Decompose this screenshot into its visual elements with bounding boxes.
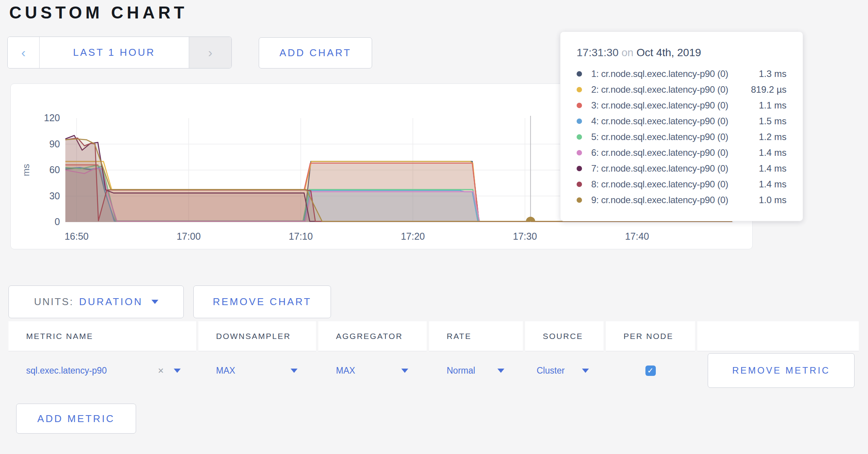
remove-chart-button[interactable]: REMOVE CHART xyxy=(193,285,331,318)
metrics-table: METRIC NAMEDOWNSAMPLERAGGREGATORRATESOUR… xyxy=(8,321,859,390)
downsampler-dropdown[interactable]: MAX xyxy=(198,351,316,390)
per-node-cell: ✓ xyxy=(606,351,695,390)
series-value: 1.4 ms xyxy=(759,163,787,174)
units-value: DURATION xyxy=(79,296,143,308)
tooltip-series-row: 4: cr.node.sql.exec.latency-p90 (0)1.5 m… xyxy=(577,113,787,129)
units-dropdown[interactable]: UNITS: DURATION xyxy=(8,285,184,318)
svg-text:17:40: 17:40 xyxy=(625,231,649,242)
chevron-down-icon xyxy=(582,369,589,373)
svg-text:60: 60 xyxy=(49,164,60,175)
series-name: 6: cr.node.sql.exec.latency-p90 (0) xyxy=(591,147,728,158)
downsampler-value: MAX xyxy=(216,366,235,376)
svg-text:0: 0 xyxy=(55,216,60,227)
chevron-down-icon xyxy=(151,300,158,304)
svg-text:30: 30 xyxy=(49,190,60,201)
series-name: 4: cr.node.sql.exec.latency-p90 (0) xyxy=(591,116,728,127)
series-value: 1.4 ms xyxy=(759,147,787,158)
metric-row: sql.exec.latency-p90 × MAX MAX Normal Cl… xyxy=(8,351,859,390)
column-header-downsampler: DOWNSAMPLER xyxy=(198,321,316,351)
time-prev-button[interactable]: ‹ xyxy=(8,37,40,68)
metric-name-value[interactable]: sql.exec.latency-p90 xyxy=(26,366,107,376)
series-color-dot xyxy=(577,119,582,124)
series-value: 1.0 ms xyxy=(759,195,787,205)
chevron-down-icon xyxy=(497,369,504,373)
column-header-per-node: PER NODE xyxy=(606,321,695,351)
column-header-metric-name: METRIC NAME xyxy=(8,321,196,351)
svg-text:17:10: 17:10 xyxy=(289,231,313,242)
aggregator-dropdown[interactable]: MAX xyxy=(318,351,427,390)
tooltip-date: Oct 4th, 2019 xyxy=(637,47,701,58)
tooltip-series-row: 1: cr.node.sql.exec.latency-p90 (0)1.3 m… xyxy=(577,66,787,82)
chevron-down-icon xyxy=(401,369,408,373)
source-value: Cluster xyxy=(537,366,565,376)
aggregator-value: MAX xyxy=(336,366,355,376)
chevron-right-icon: › xyxy=(208,45,212,60)
series-name: 8: cr.node.sql.exec.latency-p90 (0) xyxy=(591,179,728,190)
add-metric-button[interactable]: ADD METRIC xyxy=(16,404,136,434)
series-name: 7: cr.node.sql.exec.latency-p90 (0) xyxy=(591,163,728,174)
chevron-left-icon: ‹ xyxy=(21,45,25,60)
chevron-down-icon xyxy=(291,369,298,373)
series-value: 1.4 ms xyxy=(759,179,787,190)
series-name: 1: cr.node.sql.exec.latency-p90 (0) xyxy=(591,68,728,79)
series-color-dot xyxy=(577,71,582,77)
series-name: 9: cr.node.sql.exec.latency-p90 (0) xyxy=(591,195,728,205)
series-name: 3: cr.node.sql.exec.latency-p90 (0) xyxy=(591,100,728,111)
column-header-rate: RATE xyxy=(429,321,523,351)
svg-text:90: 90 xyxy=(49,139,60,149)
rate-dropdown[interactable]: Normal xyxy=(429,351,523,390)
svg-text:120: 120 xyxy=(44,112,60,123)
series-color-dot xyxy=(577,150,582,155)
series-value: 819.2 µs xyxy=(751,84,787,95)
series-color-dot xyxy=(577,87,582,92)
series-color-dot xyxy=(577,166,582,171)
metric-name-cell[interactable]: sql.exec.latency-p90 × xyxy=(8,351,196,390)
time-next-button[interactable]: › xyxy=(189,37,231,68)
add-chart-button[interactable]: ADD CHART xyxy=(259,37,372,68)
column-header-empty xyxy=(697,321,859,351)
rate-value: Normal xyxy=(447,366,475,376)
series-value: 1.1 ms xyxy=(759,100,787,111)
tooltip-on-word: on xyxy=(622,47,637,58)
time-range-selector: ‹ LAST 1 HOUR › xyxy=(7,37,232,68)
tooltip-series-row: 5: cr.node.sql.exec.latency-p90 (0)1.2 m… xyxy=(577,129,787,145)
per-node-checkbox[interactable]: ✓ xyxy=(645,366,656,376)
tooltip-series-row: 3: cr.node.sql.exec.latency-p90 (0)1.1 m… xyxy=(577,97,787,113)
series-value: 1.5 ms xyxy=(759,116,787,127)
series-name: 2: cr.node.sql.exec.latency-p90 (0) xyxy=(591,84,728,95)
source-dropdown[interactable]: Cluster xyxy=(525,351,604,390)
chart-hover-tooltip: 17:31:30 on Oct 4th, 2019 1: cr.node.sql… xyxy=(560,32,803,221)
remove-metric-x-icon[interactable]: × xyxy=(158,365,164,377)
series-value: 1.2 ms xyxy=(759,132,787,142)
series-color-dot xyxy=(577,197,582,203)
column-header-source: SOURCE xyxy=(525,321,604,351)
y-axis-unit-label: ms xyxy=(21,164,31,176)
tooltip-header: 17:31:30 on Oct 4th, 2019 xyxy=(577,47,787,59)
series-value: 1.3 ms xyxy=(759,68,787,79)
series-name: 5: cr.node.sql.exec.latency-p90 (0) xyxy=(591,132,728,142)
svg-text:17:30: 17:30 xyxy=(513,231,537,242)
tooltip-series-row: 8: cr.node.sql.exec.latency-p90 (0)1.4 m… xyxy=(577,176,787,192)
column-header-aggregator: AGGREGATOR xyxy=(318,321,427,351)
metrics-table-header: METRIC NAMEDOWNSAMPLERAGGREGATORRATESOUR… xyxy=(8,321,859,351)
series-color-dot xyxy=(577,134,582,140)
svg-text:17:00: 17:00 xyxy=(176,231,201,242)
tooltip-series-row: 2: cr.node.sql.exec.latency-p90 (0)819.2… xyxy=(577,82,787,97)
svg-text:17:20: 17:20 xyxy=(401,231,425,242)
tooltip-series-row: 7: cr.node.sql.exec.latency-p90 (0)1.4 m… xyxy=(577,160,787,176)
tooltip-series-row: 9: cr.node.sql.exec.latency-p90 (0)1.0 m… xyxy=(577,192,787,208)
tooltip-time: 17:31:30 xyxy=(577,47,619,58)
metric-actions-cell: REMOVE METRIC xyxy=(697,351,859,390)
page-title: CUSTOM CHART xyxy=(9,3,188,22)
chevron-down-icon[interactable] xyxy=(174,369,181,373)
remove-metric-button[interactable]: REMOVE METRIC xyxy=(708,353,855,388)
svg-text:16:50: 16:50 xyxy=(65,231,89,242)
series-color-dot xyxy=(577,182,582,187)
units-label: UNITS: xyxy=(34,296,73,308)
time-range-label-button[interactable]: LAST 1 HOUR xyxy=(40,37,189,68)
series-color-dot xyxy=(577,103,582,108)
tooltip-series-row: 6: cr.node.sql.exec.latency-p90 (0)1.4 m… xyxy=(577,145,787,160)
